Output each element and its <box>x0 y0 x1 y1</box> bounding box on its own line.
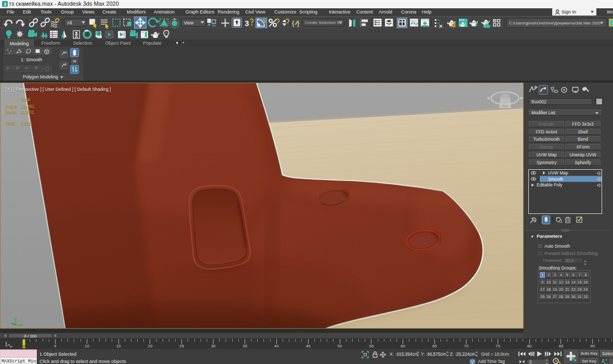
svg-text:}: } <box>297 19 300 27</box>
svg-text:View: View <box>184 20 194 25</box>
svg-text:3: 3 <box>245 19 249 28</box>
svg-text:C:\Users\gorod\OneDrive\Докуме: C:\Users\gorod\OneDrive\Документы\3ds Ma… <box>509 21 601 25</box>
svg-text:{: { <box>292 19 295 27</box>
svg-text:All: All <box>67 20 72 25</box>
svg-text:Create Selection Se: Create Selection Se <box>305 20 342 25</box>
svg-text:3: 3 <box>4 2 6 7</box>
